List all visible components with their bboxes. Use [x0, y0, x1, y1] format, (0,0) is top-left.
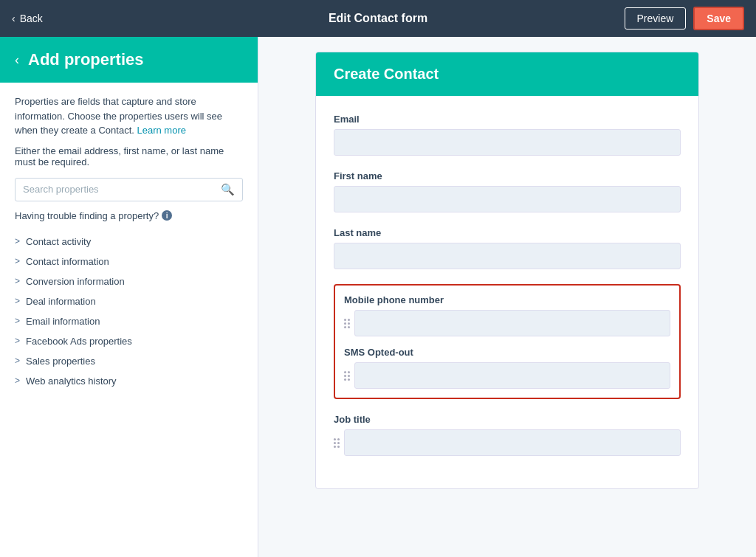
field-input[interactable] [334, 129, 681, 156]
drag-handle-icon[interactable] [334, 438, 340, 448]
chevron-right-icon: > [15, 376, 20, 386]
chevron-right-icon: > [15, 256, 20, 266]
category-list: >Contact activity>Contact information>Co… [15, 232, 243, 391]
chevron-right-icon: > [15, 356, 20, 366]
chevron-right-icon: > [15, 276, 20, 286]
field-input[interactable] [354, 310, 670, 336]
sidebar-title: Add properties [28, 50, 143, 69]
sidebar-collapse-icon[interactable]: ‹ [15, 52, 19, 68]
trouble-text: Having trouble finding a property? i [15, 210, 243, 221]
sidebar-content: Properties are fields that capture and s… [0, 83, 258, 557]
page-title: Edit Contact form [329, 12, 427, 25]
top-header: ‹ Back Edit Contact form Preview Save [0, 0, 756, 37]
field-label: Mobile phone number [344, 294, 670, 305]
search-icon: 🔍 [221, 183, 235, 196]
category-item[interactable]: >Sales properties [15, 351, 243, 371]
sidebar: ‹ Add properties Properties are fields t… [0, 37, 258, 557]
field-label: Email [334, 114, 681, 125]
back-chevron-icon: ‹ [12, 13, 16, 24]
selected-fields-section: Mobile phone number SMS Opted-out [334, 284, 681, 399]
learn-more-link[interactable]: Learn more [137, 125, 186, 136]
drag-handle-icon[interactable] [344, 319, 350, 328]
form-card-header: Create Contact [316, 52, 698, 96]
chevron-right-icon: > [15, 236, 20, 246]
form-body: Email First name Last name Mobile phone … [316, 96, 698, 488]
form-card: Create Contact Email First name Last nam… [315, 52, 699, 489]
main-content: Create Contact Email First name Last nam… [258, 37, 756, 557]
chevron-right-icon: > [15, 296, 20, 306]
chevron-right-icon: > [15, 336, 20, 346]
sidebar-header: ‹ Add properties [0, 37, 258, 83]
main-layout: ‹ Add properties Properties are fields t… [0, 37, 756, 557]
form-field: Last name [334, 227, 681, 269]
back-button[interactable]: ‹ Back [12, 13, 43, 24]
preview-button[interactable]: Preview [625, 7, 687, 30]
category-item[interactable]: >Contact information [15, 252, 243, 271]
draggable-field: SMS Opted-out [344, 347, 670, 389]
draggable-field: Mobile phone number [344, 294, 670, 336]
field-input[interactable] [334, 243, 681, 269]
field-input[interactable] [344, 429, 681, 456]
search-box: 🔍 [15, 178, 243, 201]
drag-handle-icon[interactable] [344, 371, 350, 381]
back-label: Back [20, 13, 43, 24]
search-input[interactable] [23, 184, 221, 195]
drag-input-row [344, 362, 670, 389]
category-item[interactable]: >Email information [15, 311, 243, 331]
field-label: SMS Opted-out [344, 347, 670, 358]
form-field: First name [334, 170, 681, 212]
category-item[interactable]: >Contact activity [15, 232, 243, 252]
form-card-title: Create Contact [334, 66, 681, 83]
field-label: Last name [334, 227, 681, 238]
field-input[interactable] [354, 362, 670, 389]
category-item[interactable]: >Facebook Ads properties [15, 331, 243, 351]
category-item[interactable]: >Conversion information [15, 271, 243, 291]
chevron-right-icon: > [15, 316, 20, 326]
category-item[interactable]: >Deal information [15, 291, 243, 311]
field-input[interactable] [334, 186, 681, 212]
field-label: Job title [334, 414, 681, 425]
save-button[interactable]: Save [693, 7, 744, 30]
category-item[interactable]: >Web analytics history [15, 371, 243, 391]
header-actions: Preview Save [625, 7, 745, 30]
form-field: Email [334, 114, 681, 156]
sidebar-description: Properties are fields that capture and s… [15, 94, 243, 138]
drag-input-row [334, 429, 681, 456]
info-icon: i [162, 210, 172, 221]
sidebar-note: Either the email address, first name, or… [15, 145, 243, 167]
drag-input-row [344, 310, 670, 336]
form-field: Job title [334, 414, 681, 456]
field-label: First name [334, 170, 681, 181]
